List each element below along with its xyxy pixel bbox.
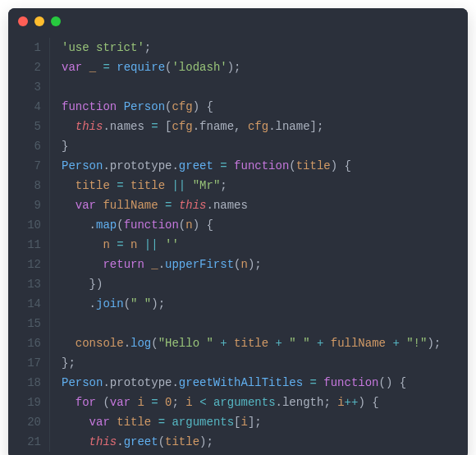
code-line[interactable]: var fullName = this.names — [62, 195, 468, 215]
token-pun: . — [172, 376, 178, 389]
token-op: = — [117, 179, 123, 192]
line-number: 13 — [8, 274, 41, 294]
token-fn: Person — [62, 376, 103, 389]
token-pun: , — [234, 120, 240, 133]
token-fn: join — [96, 297, 124, 310]
token-kw: return — [103, 258, 144, 271]
code-line[interactable]: this.greet(title); — [62, 432, 468, 452]
line-number: 15 — [8, 314, 41, 333]
token-pun: ; — [68, 356, 75, 370]
token-pun — [62, 258, 103, 271]
token-pun: ; — [220, 179, 227, 192]
token-pun — [392, 376, 399, 389]
token-id: n — [103, 238, 109, 251]
token-id: title — [117, 416, 151, 429]
code-line[interactable]: return _.upperFirst(n); — [62, 255, 468, 274]
line-number: 21 — [8, 432, 41, 452]
token-pun: ; — [254, 258, 261, 271]
zoom-icon[interactable] — [51, 16, 61, 26]
token-op: ++ — [345, 396, 359, 409]
code-line[interactable]: for (var i = 0; i < arguments.length; i+… — [62, 393, 468, 412]
token-op: < — [199, 396, 206, 409]
code-line[interactable]: this.names = [cfg.fname, cfg.lname]; — [62, 117, 468, 136]
line-number: 7 — [8, 156, 41, 176]
token-id: i — [241, 416, 248, 429]
token-this: this — [179, 199, 207, 212]
token-pun: ; — [254, 416, 261, 429]
token-pun — [62, 218, 89, 232]
token-id: fullName — [331, 337, 386, 350]
token-pun: ; — [317, 120, 323, 133]
code-line[interactable]: .join(" "); — [62, 294, 468, 314]
code-line[interactable]: n = n || '' — [62, 235, 468, 255]
token-par: ) — [193, 218, 199, 232]
code-line[interactable] — [62, 314, 468, 333]
code-line[interactable]: console.log("Hello " + title + " " + ful… — [62, 333, 468, 353]
token-id: title — [76, 179, 110, 192]
code-line[interactable] — [62, 77, 468, 97]
code-area[interactable]: 'use strict';var _ = require('lodash'); … — [50, 38, 468, 452]
token-op: = — [117, 238, 123, 251]
code-line[interactable]: Person.prototype.greetWithAllTitles = fu… — [62, 373, 468, 393]
token-pun — [110, 61, 117, 74]
close-icon[interactable] — [18, 16, 28, 26]
code-line[interactable]: }) — [62, 274, 468, 294]
token-str: 'use strict' — [62, 41, 144, 54]
code-line[interactable]: function Person(cfg) { — [62, 97, 468, 117]
token-pun: ; — [144, 41, 151, 54]
code-line[interactable]: }; — [62, 353, 468, 373]
token-par: { — [206, 100, 213, 113]
code-editor[interactable]: 123456789101112131415161718192021 'use s… — [8, 34, 468, 455]
token-pun: . — [117, 435, 123, 448]
token-pun: ; — [434, 337, 441, 350]
token-id: i — [137, 396, 144, 409]
code-line[interactable]: var title = arguments[i]; — [62, 412, 468, 432]
token-pun — [62, 297, 89, 310]
token-par: } — [62, 140, 68, 153]
minimize-icon[interactable] — [34, 16, 44, 26]
token-pun — [158, 120, 165, 133]
token-par: [ — [234, 416, 240, 429]
code-line[interactable]: .map(function(n) { — [62, 215, 468, 235]
token-pun: . — [206, 199, 213, 212]
token-pun: . — [103, 120, 109, 133]
token-id: cfg — [172, 120, 192, 133]
token-par: ) — [331, 159, 337, 172]
line-number: 9 — [8, 195, 41, 215]
token-pun: ; — [158, 297, 165, 310]
token-id: n — [185, 218, 192, 232]
token-par: { — [206, 218, 213, 232]
token-par: ) — [227, 61, 234, 74]
code-line[interactable]: title = title || "Mr"; — [62, 176, 468, 195]
token-pun — [62, 120, 76, 133]
token-par: ] — [310, 120, 317, 133]
token-pun: . — [103, 376, 109, 389]
token-op: = — [103, 61, 109, 74]
token-pun — [365, 396, 372, 409]
token-fn: Person — [124, 100, 165, 113]
token-id: cfg — [172, 100, 192, 113]
token-pun — [62, 278, 89, 291]
code-line[interactable]: } — [62, 136, 468, 156]
line-number: 17 — [8, 353, 41, 373]
token-op: = — [310, 376, 317, 389]
token-pun — [323, 337, 330, 350]
code-line[interactable]: var _ = require('lodash'); — [62, 57, 468, 77]
token-str: '' — [165, 238, 179, 251]
token-pun — [227, 159, 234, 172]
token-par: { — [372, 396, 378, 409]
token-op: + — [392, 337, 399, 350]
token-str: "Mr" — [193, 179, 221, 192]
token-pun — [62, 416, 89, 429]
token-fn: greetWithAllTitles — [179, 376, 303, 389]
token-op: = — [220, 159, 227, 172]
token-fn: log — [130, 337, 151, 350]
token-pun — [337, 159, 344, 172]
code-line[interactable]: 'use strict'; — [62, 38, 468, 57]
editor-window: 123456789101112131415161718192021 'use s… — [8, 8, 468, 455]
token-id: title — [234, 337, 268, 350]
code-line[interactable]: Person.prototype.greet = function(title)… — [62, 156, 468, 176]
token-par: ( — [158, 435, 165, 448]
token-op: + — [220, 337, 227, 350]
line-number: 20 — [8, 412, 41, 432]
